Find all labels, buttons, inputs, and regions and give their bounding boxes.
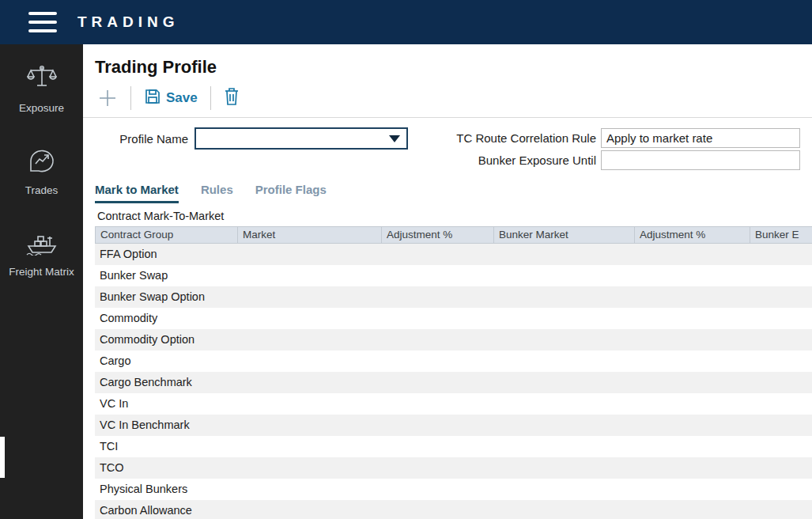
tab-profile-flags[interactable]: Profile Flags (255, 183, 327, 203)
table-column-header[interactable]: Adjustment % (382, 227, 494, 243)
table-row[interactable]: TCO (95, 457, 812, 479)
bunker-exposure-until-input[interactable] (601, 150, 800, 170)
table-column-header[interactable]: Bunker E (750, 227, 812, 243)
table-column-header[interactable]: Market (238, 227, 382, 243)
trades-chart-icon (28, 147, 56, 177)
table-row[interactable]: Commodity Option (95, 329, 812, 350)
table-column-header[interactable]: Bunker Market (494, 227, 635, 243)
profile-name-dropdown[interactable] (195, 127, 408, 150)
table-row[interactable]: Commodity (95, 308, 812, 329)
scales-icon (27, 65, 57, 95)
chevron-down-icon (389, 135, 400, 142)
main-content: Trading Profile Save (83, 44, 812, 519)
table-row[interactable]: Carbon Allowance (95, 500, 812, 519)
sidebar-nav: Exposure Trades Freight Matrix (0, 44, 83, 519)
table-row[interactable]: Cargo (95, 350, 812, 372)
sidebar-item-exposure[interactable]: Exposure (0, 65, 83, 116)
table-column-header[interactable]: Contract Group (96, 227, 238, 243)
table-row[interactable]: VC In Benchmark (95, 415, 812, 436)
trash-icon (224, 87, 240, 109)
table-row[interactable]: TCI (95, 436, 812, 457)
tc-route-correlation-input[interactable] (601, 128, 800, 148)
table-row[interactable]: FFA Option (95, 244, 812, 265)
sidebar-item-label: Freight Matrix (9, 265, 74, 279)
sidebar-item-label: Exposure (19, 101, 64, 116)
toolbar: Save (97, 81, 812, 116)
tab-rules[interactable]: Rules (201, 183, 233, 203)
sidebar-item-trades[interactable]: Trades (0, 147, 83, 198)
hamburger-menu-icon[interactable] (28, 12, 57, 32)
table-header-row: Contract Group Market Adjustment % Bunke… (95, 226, 812, 244)
section-title: Contract Mark-To-Market (97, 210, 812, 222)
left-edge-scroll-handle (0, 437, 5, 478)
table-row[interactable]: Cargo Benchmark (95, 372, 812, 393)
table-row[interactable]: Bunker Swap (95, 265, 812, 286)
toolbar-separator (83, 117, 812, 118)
table-body: FFA Option Bunker Swap Bunker Swap Optio… (95, 244, 812, 519)
profile-name-label: Profile Name (95, 132, 188, 146)
bunker-exposure-until-label: Bunker Exposure Until (441, 153, 596, 167)
profile-form: Profile Name TC Route Correlation Rule B… (83, 127, 812, 170)
delete-button[interactable] (224, 87, 240, 109)
table-column-header[interactable]: Adjustment % (635, 227, 750, 243)
add-button[interactable] (97, 88, 118, 108)
save-button[interactable]: Save (144, 88, 198, 108)
toolbar-divider (130, 86, 131, 110)
table-row[interactable]: Bunker Swap Option (95, 286, 812, 308)
save-button-label: Save (166, 90, 198, 106)
save-floppy-icon (144, 88, 161, 108)
table-row[interactable]: Physical Bunkers (95, 479, 812, 500)
top-app-bar: TRADING (0, 0, 812, 44)
toolbar-divider (210, 86, 211, 110)
page-title: Trading Profile (95, 57, 812, 78)
sidebar-item-label: Trades (25, 184, 59, 198)
table-row[interactable]: VC In (95, 393, 812, 415)
mark-to-market-table: Contract Group Market Adjustment % Bunke… (95, 226, 812, 519)
ship-icon (25, 229, 59, 259)
app-title: TRADING (77, 13, 179, 31)
sidebar-item-freight-matrix[interactable]: Freight Matrix (0, 229, 83, 279)
tab-bar: Mark to Market Rules Profile Flags (95, 183, 812, 203)
tc-route-correlation-label: TC Route Correlation Rule (441, 131, 596, 145)
tab-mark-to-market[interactable]: Mark to Market (95, 183, 179, 203)
